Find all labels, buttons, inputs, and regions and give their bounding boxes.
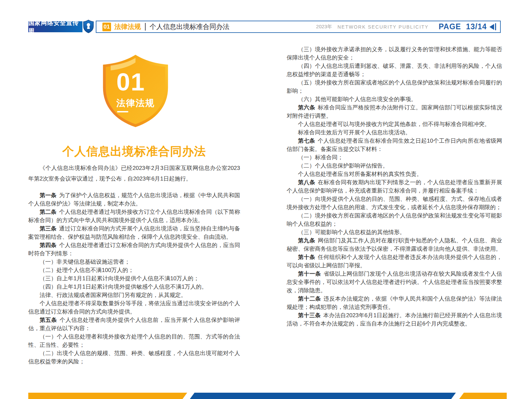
- article-lead: 第九条: [298, 237, 315, 244]
- footer-segment-blue: [190, 393, 456, 399]
- paragraph-text: 个人信息处理者通过订立标准合同的方式向境外提供个人信息的，应当同时符合下列情形：: [28, 242, 240, 257]
- page-title: 个人信息出境标准合同办法: [28, 144, 240, 159]
- paragraph-text: 个人信息处理者通过与境外接收方订立个人信息出境标准合同（以下简称标准合同）的方式…: [28, 209, 240, 223]
- body-paragraph: 个人信息处理者应当对所备案材料的真实性负责。: [287, 170, 502, 178]
- page-label: PAGE: [439, 22, 461, 31]
- body-paragraph: （三）可能影响个人信息权益的其他情形。: [287, 228, 502, 236]
- header-strip: 01 法律法规 个人信息出境标准合同办法 2023年 NETWORK SECUR…: [96, 21, 501, 33]
- body-paragraph: 第十三条本办法自2023年6月1日起施行。本办法施行前已经开展的个人信息出境活动…: [287, 311, 502, 328]
- body-paragraph: （三）自上年1月1日起累计向境外提供个人信息不满10万人的；: [28, 274, 240, 283]
- article-lead: 第十三条: [298, 312, 321, 319]
- header-year: 2023年: [316, 24, 332, 30]
- header-doc-title: 个人信息出境标准合同办法: [150, 22, 229, 31]
- paragraph-text: （二）出境个人信息的规模、范围、种类、敏感程度，个人信息出境可能对个人信息权益带…: [28, 350, 240, 365]
- body-paragraph: 第九条网信部门及其工作人员对在履行职责中知悉的个人隐私、个人信息、商业秘密、保密…: [287, 236, 502, 253]
- body-paragraph: 法律、行政法规或者国家网信部门另有规定的，从其规定。: [28, 291, 240, 299]
- body-paragraph: （五）境外接收方所在国家或者地区的个人信息保护政策和法规对标准合同履行的影响；: [287, 78, 502, 95]
- paragraph-text: 在标准合同有效期内出现下列情形之一的，个人信息处理者应当重新开展个人信息保护影响…: [287, 179, 502, 194]
- article-lead: 第二条: [40, 209, 57, 215]
- article-lead: 第十二条: [298, 296, 321, 302]
- paragraph-text: （一）向境外提供个人信息的目的、范围、种类、敏感程度、方式、保存地点或者境外接收…: [287, 196, 502, 210]
- page-number: 13/14: [466, 22, 487, 31]
- paragraph-text: 网信部门及其工作人员对在履行职责中知悉的个人隐私、个人信息、商业秘密、保密商务信…: [287, 237, 502, 252]
- body-paragraph: 第七条个人信息处理者应当在标准合同生效之日起10个工作日内向所在地省级网信部门备…: [287, 137, 502, 153]
- shield-keyhole-icon: [83, 20, 94, 33]
- paragraph-text: 任何组织和个人发现个人信息处理者违反本办法向境外提供个人信息的，可以向省级以上网…: [287, 254, 502, 269]
- brand-banner: 国家网络安全宣传周: [28, 21, 82, 32]
- section-label: 法律法规: [114, 22, 141, 31]
- article-lead: 第七条: [298, 138, 315, 144]
- body-paragraph: （二）个人信息保护影响评估报告。: [287, 162, 502, 170]
- badge-number: 01: [116, 70, 145, 94]
- article-lead: 第一条: [40, 192, 57, 199]
- body-paragraph: 第八条在标准合同有效期内出现下列情形之一的，个人信息处理者应当重新开展个人信息保…: [287, 178, 502, 195]
- section-shield-badge: 01 法律法规: [100, 53, 171, 129]
- paragraph-text: 通过订立标准合同的方式开展个人信息出境活动，应当坚持自主缔约与备案管理相结合、保…: [28, 225, 240, 240]
- body-paragraph: （一）个人信息处理者和境外接收方处理个人信息的目的、范围、方式等的合法性、正当性…: [28, 332, 240, 349]
- footer-bar: [0, 393, 532, 399]
- paragraph-text: 个人信息处理者向境外提供个人信息前，应当开展个人信息保护影响评估，重点评估以下内…: [28, 317, 240, 332]
- arrow-triangle: [489, 24, 494, 30]
- body-paragraph: 第三条通过订立标准合同的方式开展个人信息出境活动，应当坚持自主缔约与备案管理相结…: [28, 224, 240, 241]
- article-lead: 第四条: [40, 242, 57, 248]
- badge-label: 法律法规: [116, 97, 155, 109]
- arrow-bar: [495, 23, 496, 30]
- body-paragraph: 第十一条省级以上网信部门发现个人信息出境活动存在较大风险或者发生个人信息安全事件…: [287, 270, 502, 295]
- paragraph-text: （三）可能影响个人信息权益的其他情形。: [298, 229, 405, 235]
- paragraph-text: （一）标准合同；: [298, 154, 343, 161]
- section-number-chip: 01: [102, 23, 111, 31]
- paragraph-text: （二）境外接收方所在国家或者地区的个人信息保护政策和法规发生变化等可能影响个人信…: [287, 212, 502, 227]
- article-lead: 第十条: [298, 254, 315, 260]
- paragraph-text: 个人信息处理者不得采取数量拆分等手段，将依法应当通过出境安全评估的个人信息通过订…: [28, 300, 240, 315]
- intro-paragraph: 《个人信息出境标准合同办法》已经2023年2月3日国家互联网信息办公室2023年…: [28, 163, 240, 184]
- paragraph-text: 为了保护个人信息权益，规范个人信息出境活动，根据《中华人民共和国个人信息保护法》…: [28, 192, 240, 207]
- paragraph-text: （三）自上年1月1日起累计向境外提供个人信息不满10万人的；: [40, 275, 199, 282]
- body-paragraph: 第五条个人信息处理者向境外提供个人信息前，应当开展个人信息保护影响评估，重点评估…: [28, 316, 240, 332]
- page-back-arrow-icon: [489, 23, 496, 30]
- document-page: 国家网络安全宣传周 01 法律法规 个人信息出境标准合同办法 2023年 NET…: [0, 0, 532, 399]
- paragraph-text: （二）处理个人信息不满100万人的；: [40, 267, 134, 273]
- paragraph-text: 个人信息处理者应当对所备案材料的真实性负责。: [298, 171, 422, 177]
- paragraph-text: 标准合同应当严格按照本办法附件订立。国家网信部门可以根据实际情况对附件进行调整。: [287, 104, 502, 119]
- body-paragraph: （二）出境个人信息的规模、范围、种类、敏感程度，个人信息出境可能对个人信息权益带…: [28, 349, 240, 366]
- left-column: 第一条为了保护个人信息权益，规范个人信息出境活动，根据《中华人民共和国个人信息保…: [28, 191, 240, 366]
- page-indicator: PAGE 13/14: [439, 22, 487, 31]
- paragraph-text: （五）境外接收方所在国家或者地区的个人信息保护政策和法规对标准合同履行的影响；: [287, 79, 502, 94]
- body-paragraph: 第四条个人信息处理者通过订立标准合同的方式向境外提供个人信息的，应当同时符合下列…: [28, 241, 240, 258]
- body-paragraph: （一）非关键信息基础设施运营者；: [28, 258, 240, 266]
- paragraph-text: （四）自上年1月1日起累计向境外提供敏感个人信息不满1万人的。: [40, 284, 207, 290]
- header-divider: [145, 23, 146, 31]
- body-paragraph: 第十二条违反本办法规定的，依据《中华人民共和国个人信息保护法》等法律法规处理；构…: [287, 295, 502, 311]
- body-paragraph: （二）境外接收方所在国家或者地区的个人信息保护政策和法规发生变化等可能影响个人信…: [287, 211, 502, 228]
- paragraph-text: （四）个人信息出境后遭到篡改、破坏、泄露、丢失、非法利用等的风险，个人信息权益维…: [287, 63, 502, 77]
- paragraph-text: 标准合同生效后方可开展个人信息出境活动。: [298, 129, 411, 136]
- paragraph-text: （二）个人信息保护影响评估报告。: [298, 163, 388, 169]
- paragraph-text: 个人信息处理者可以与境外接收方约定其他条款，但不得与标准合同相冲突。: [298, 121, 490, 127]
- body-paragraph: 个人信息处理者可以与境外接收方约定其他条款，但不得与标准合同相冲突。: [287, 120, 502, 128]
- paragraph-text: 个人信息处理者应当在标准合同生效之日起10个工作日内向所在地省级网信部门备案。备…: [287, 138, 502, 152]
- body-paragraph: 第二条个人信息处理者通过与境外接收方订立个人信息出境标准合同（以下简称标准合同）…: [28, 208, 240, 224]
- body-paragraph: （六）其他可能影响个人信息出境安全的事项。: [287, 95, 502, 103]
- body-paragraph: 个人信息处理者不得采取数量拆分等手段，将依法应当通过出境安全评估的个人信息通过订…: [28, 299, 240, 316]
- badge-dash: [117, 111, 128, 112]
- article-lead: 第六条: [298, 104, 315, 111]
- article-lead: 第三条: [40, 225, 57, 232]
- body-paragraph: 第六条标准合同应当严格按照本办法附件订立。国家网信部门可以根据实际情况对附件进行…: [287, 103, 502, 120]
- footer-segment-orange-right: [459, 393, 507, 399]
- body-paragraph: 第一条为了保护个人信息权益，规范个人信息出境活动，根据《中华人民共和国个人信息保…: [28, 191, 240, 208]
- body-paragraph: （一）向境外提供个人信息的目的、范围、种类、敏感程度、方式、保存地点或者境外接收…: [287, 195, 502, 211]
- body-paragraph: 标准合同生效后方可开展个人信息出境活动。: [287, 128, 502, 137]
- paragraph-text: （六）其他可能影响个人信息出境安全的事项。: [298, 96, 417, 102]
- article-lead: 第五条: [40, 317, 57, 323]
- brand-text: 国家网络安全宣传周: [28, 19, 82, 35]
- paragraph-text: （一）个人信息处理者和境外接收方处理个人信息的目的、范围、方式等的合法性、正当性…: [28, 333, 240, 348]
- body-paragraph: 第十条任何组织和个人发现个人信息处理者违反本办法向境外提供个人信息的，可以向省级…: [287, 253, 502, 270]
- body-paragraph: （四）个人信息出境后遭到篡改、破坏、泄露、丢失、非法利用等的风险，个人信息权益维…: [287, 62, 502, 78]
- body-paragraph: （一）标准合同；: [287, 153, 502, 162]
- header-publicity: NETWORK SECURITY PUBLICITY: [337, 24, 429, 30]
- paragraph-text: （三）境外接收方承诺承担的义务，以及履行义务的管理和技术措施、能力等能否保障出境…: [287, 46, 502, 61]
- paragraph-text: （一）非关键信息基础设施运营者；: [40, 259, 130, 265]
- body-paragraph: （二）处理个人信息不满100万人的；: [28, 266, 240, 274]
- article-lead: 第八条: [298, 179, 315, 186]
- body-paragraph: （四）自上年1月1日起累计向境外提供敏感个人信息不满1万人的。: [28, 283, 240, 291]
